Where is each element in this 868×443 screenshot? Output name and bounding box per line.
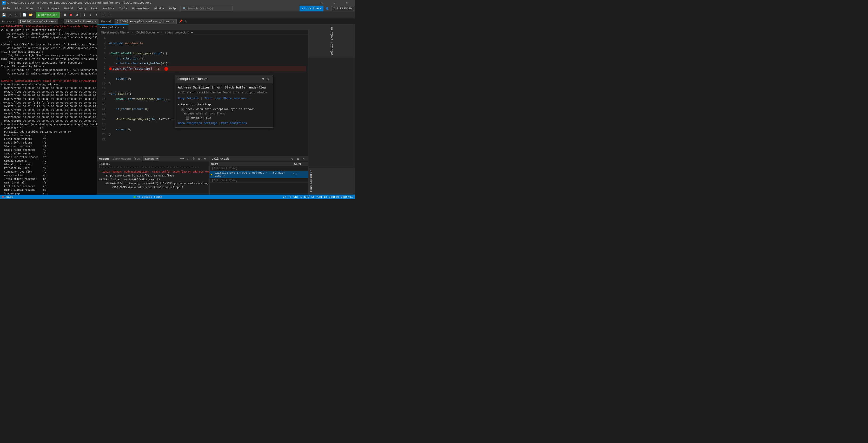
edit-conditions-link[interactable]: Edit Conditions <box>221 122 247 125</box>
callstack-title: Call Stack <box>212 157 229 160</box>
terminal-panel[interactable]: ==19924==ERROR: AddressSanitizer: stack-… <box>0 24 97 195</box>
except-label: Except when thrown from: <box>184 112 225 115</box>
breadcrumb-scope-select[interactable]: (Global Scope) <box>134 30 160 35</box>
account-icon[interactable]: 👤 <box>326 7 329 10</box>
menu-analyze[interactable]: Analyze <box>100 6 116 11</box>
menu-project[interactable]: Project <box>45 6 62 11</box>
exception-header: Exception Thrown ⊡ ✕ <box>175 75 273 83</box>
output-close-button[interactable]: ✕ <box>203 157 207 161</box>
restart-button[interactable]: ↺ <box>74 12 80 18</box>
tab-example3-cpp[interactable]: example3.cpp ✕ <box>97 24 128 30</box>
menu-file[interactable]: File <box>1 6 12 11</box>
status-bar: ■ Ready No issues found Ln: 7 Ch: 1 SPC … <box>0 195 355 199</box>
save-button[interactable]: 💾 <box>1 12 7 18</box>
open-exception-settings-link[interactable]: Open Exception Settings <box>178 122 217 125</box>
output-scroll-button[interactable]: ↓ <box>186 157 190 161</box>
pin-thread-icon[interactable]: 📌 <box>179 20 183 23</box>
thread-dropdown[interactable]: [13508] example3.exelasan_thread ▾ <box>115 19 177 24</box>
menu-tools[interactable]: Tools <box>117 6 130 11</box>
lifecycle-dropdown[interactable]: Lifecycle Events ▾ <box>64 19 98 24</box>
vs-icon: M <box>2 1 6 5</box>
step-over-button[interactable]: ⤵ <box>82 12 87 18</box>
breadcrumb-function-select[interactable]: thread_proc(void *) <box>163 30 194 35</box>
output-wrap-button[interactable]: ⟺ <box>180 157 184 161</box>
callstack-row-external-1[interactable]: [External Code] <box>210 166 308 171</box>
open-folder-button[interactable]: 📂 <box>28 12 33 18</box>
exception-pin-button[interactable]: ⊡ <box>260 77 265 81</box>
new-file-button[interactable]: 📄 <box>22 12 27 18</box>
code-line-2: #include <windows.h> <box>109 41 306 46</box>
callstack-row-active[interactable]: ▶ example3.exe!thread_proc(void * __form… <box>210 171 308 178</box>
step-out-button[interactable]: ↑ <box>94 12 99 18</box>
breadcrumb-arrow-1: › <box>131 31 133 34</box>
add-source-control[interactable]: Add to Source Control <box>317 196 353 199</box>
output-line: ==19924==ERROR: AddressSanitizer: stack-… <box>99 170 207 174</box>
code-content[interactable]: #include <windows.h> ▼ DWORD WINAPI thre… <box>107 35 308 156</box>
terminal-line: 0x3077ff80: 00 00 00 00 00 00 00 00 00 0… <box>1 87 96 90</box>
menu-debug[interactable]: Debug <box>75 6 88 11</box>
break-on-exception-checkbox[interactable] <box>181 108 184 111</box>
menu-window[interactable]: Window <box>152 6 166 11</box>
exception-close-button[interactable]: ✕ <box>266 77 271 81</box>
back-button[interactable]: ⟨ <box>101 12 107 18</box>
continue-dropdown-arrow[interactable]: ▾ <box>56 14 57 16</box>
toolbar-sep-5 <box>100 13 100 17</box>
toolbar-sep-4 <box>81 13 81 17</box>
exception-body: Address Sanitizer Error: Stack buffer un… <box>175 83 273 128</box>
terminal-line: [16, 58) 'stack_buffer' <== Memory acces… <box>1 54 96 58</box>
output-source-select[interactable]: Debug <box>143 157 159 161</box>
pause-button[interactable]: ⏸ <box>62 12 68 18</box>
except-when-thrown-row: Except when thrown from: <box>184 112 270 115</box>
continue-button[interactable]: ▶ Continue ▾ <box>36 12 60 18</box>
callstack-name-header: Name <box>210 162 292 166</box>
menu-git[interactable]: Git <box>36 6 45 11</box>
play-icon: ▶ <box>38 13 40 16</box>
callstack-close-button[interactable]: ✕ <box>301 157 306 161</box>
close-button[interactable]: ✕ <box>341 0 353 6</box>
thread-settings-icon[interactable]: ⚙ <box>185 20 187 23</box>
code-line-21 <box>109 137 306 142</box>
process-dropdown[interactable]: [19924] example3.exe ▾ <box>18 19 58 24</box>
output-popout-button[interactable]: ⊞ <box>197 157 202 161</box>
menu-test[interactable]: Test <box>89 6 99 11</box>
live-share-icon: ↗ <box>302 7 304 10</box>
output-clear-button[interactable]: 🗑 <box>191 157 196 161</box>
menu-build[interactable]: Build <box>62 6 75 11</box>
terminal-line: Partially addressable: 01 02 03 04 05 06… <box>1 130 96 134</box>
example-exe-checkbox[interactable] <box>186 116 189 120</box>
fold-icon-12[interactable]: ▼ <box>109 92 111 96</box>
menu-help[interactable]: Help <box>167 6 178 11</box>
tab-close-button[interactable]: ✕ <box>122 26 125 29</box>
right-panel-content <box>308 58 355 168</box>
callstack-col-headers: Name Lang <box>210 162 308 166</box>
forward-button[interactable]: ⟩ <box>107 12 113 18</box>
fold-icon-4[interactable]: ▼ <box>109 52 111 55</box>
terminal-line: Heap left redzone: fa <box>1 134 96 138</box>
status-ready-text: Ready <box>5 196 13 199</box>
menu-extensions[interactable]: Extensions <box>130 6 152 11</box>
code-editor[interactable]: 1 2 3 4 5 6 7 8 9 10 11 12 13 14 15 16 1… <box>97 35 308 156</box>
stop-button[interactable]: ⏹ <box>68 12 74 18</box>
callstack-settings-button[interactable]: ⚙ <box>290 157 294 161</box>
breadcrumb-folder-select[interactable]: Miscellaneous Files <box>99 30 130 35</box>
step-into-button[interactable]: ↓ <box>88 12 93 18</box>
terminal-line: Right alloca redzone: cb <box>1 189 96 192</box>
live-share-button[interactable]: ↗ Live Share <box>300 6 324 11</box>
search-box[interactable]: 🔍 Search (Ctrl+Q) <box>181 6 232 11</box>
code-line-1 <box>109 36 306 41</box>
editor-area: example3.cpp ✕ Miscellaneous Files › (Gl… <box>97 24 308 195</box>
redo-button[interactable]: ↪ <box>13 12 19 18</box>
menu-edit[interactable]: Edit <box>12 6 23 11</box>
output-panel-content[interactable]: loaded.=================================… <box>97 162 209 195</box>
solution-explorer-tab[interactable]: Solution Explorer <box>308 24 355 58</box>
start-live-share-link[interactable]: Start Live Share session... <box>205 97 251 100</box>
undo-button[interactable]: ↩ <box>7 12 13 18</box>
maximize-button[interactable]: □ <box>329 0 340 6</box>
callstack-row-external-2[interactable]: [External Code] <box>210 178 308 183</box>
callstack-popout-button[interactable]: ⊞ <box>296 157 300 161</box>
minimize-button[interactable]: ─ <box>316 0 328 6</box>
copy-details-link[interactable]: Copy Details <box>178 97 198 100</box>
menu-view[interactable]: View <box>24 6 35 11</box>
team-explorer-tab[interactable]: Team Explorer <box>308 168 355 195</box>
terminal-line: 0x3077ffa0: 00 00 00 00 00 00 00 00 00 0… <box>1 94 96 98</box>
